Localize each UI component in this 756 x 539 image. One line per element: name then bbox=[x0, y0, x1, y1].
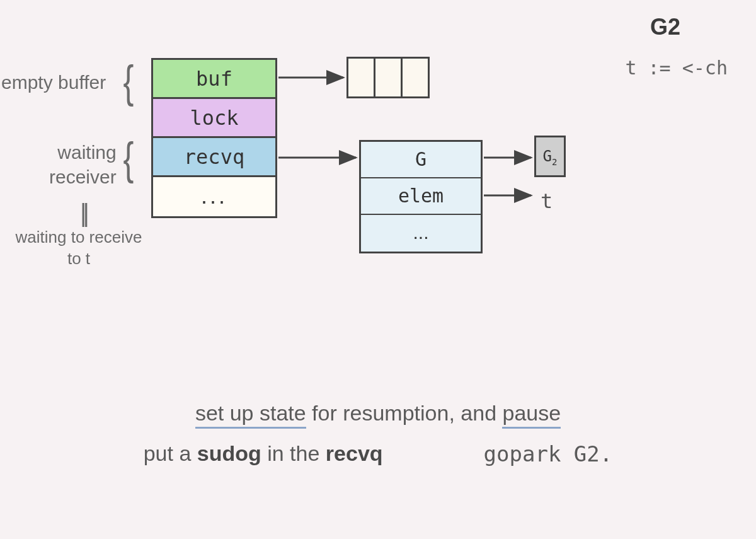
label-waiting-line2: receiver bbox=[49, 165, 117, 189]
sudog-g: G bbox=[361, 142, 481, 178]
buffer-cell bbox=[348, 59, 375, 96]
label-line2: to t bbox=[3, 248, 154, 270]
caption-right: gopark G2. bbox=[484, 441, 613, 467]
hchan-lock: lock bbox=[153, 99, 275, 138]
hchan-buf: buf bbox=[153, 60, 275, 99]
hchan-recvq: recvq bbox=[153, 138, 275, 177]
sudog-elem: elem bbox=[361, 178, 481, 215]
label-line1: waiting to receive bbox=[3, 227, 154, 248]
caption: set up state for resumption, and pause p… bbox=[0, 401, 756, 467]
caption-left-b: sudog bbox=[197, 441, 261, 465]
caption-left-a: put a bbox=[144, 441, 197, 465]
buffer-cells bbox=[346, 57, 430, 98]
label-waiting-receiver: waiting receiver bbox=[49, 140, 117, 189]
sudog-struct: G elem ... bbox=[359, 140, 483, 253]
label-waiting-to-receive: waiting to receive to t bbox=[3, 227, 154, 270]
caption-line2: put a sudog in the recvq gopark G2. bbox=[0, 441, 756, 467]
hchan-dots: ... bbox=[153, 177, 275, 216]
header-code: t := <-ch bbox=[625, 57, 728, 79]
label-empty-buffer: empty buffer bbox=[1, 72, 106, 93]
t-label: t bbox=[541, 189, 553, 213]
hchan-struct: buf lock recvq ... bbox=[151, 58, 277, 218]
parallel-bars-icon: || bbox=[80, 199, 86, 228]
caption-left-d: recvq bbox=[326, 441, 383, 465]
label-waiting-line1: waiting bbox=[49, 140, 117, 165]
caption-left-c: in the bbox=[261, 441, 326, 465]
g2-box: G2 bbox=[534, 136, 566, 177]
sudog-dots: ... bbox=[361, 215, 481, 252]
g2-letter: G bbox=[543, 148, 552, 165]
caption-mid: for resumption, and bbox=[306, 401, 503, 425]
header-title: G2 bbox=[650, 14, 680, 40]
brace-icon: { bbox=[123, 132, 134, 184]
buffer-cell bbox=[403, 59, 428, 96]
caption-underline-2: pause bbox=[502, 401, 561, 429]
caption-left: put a sudog in the recvq bbox=[144, 441, 383, 467]
caption-underline-1: set up state bbox=[195, 401, 306, 429]
g2-subscript: 2 bbox=[552, 157, 557, 167]
caption-line1: set up state for resumption, and pause bbox=[0, 401, 756, 429]
buffer-cell bbox=[375, 59, 403, 96]
brace-icon: { bbox=[123, 55, 134, 107]
